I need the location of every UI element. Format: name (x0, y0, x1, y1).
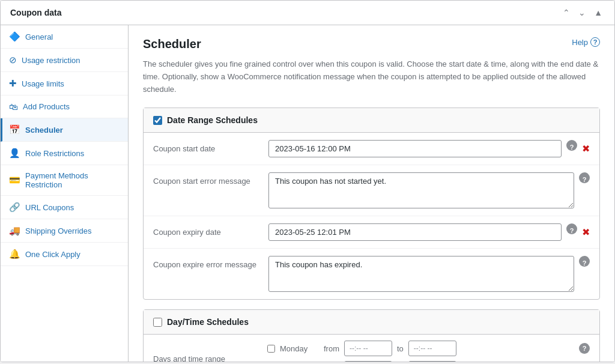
sidebar-item-add-products[interactable]: 🛍 Add Products (1, 96, 128, 118)
daytime-header: Day/Time Schedules (144, 310, 599, 335)
expire-error-help-icon[interactable]: ? (579, 256, 590, 267)
date-range-header: Date Range Schedules (144, 108, 599, 133)
monday-label: Monday (280, 344, 319, 353)
main-content: Scheduler Help ? The scheduler gives you… (129, 25, 614, 362)
monday-from-label: from (324, 344, 339, 353)
daytime-section: Day/Time Schedules Days and time range M… (143, 309, 600, 362)
panel-title: Coupon data (10, 8, 62, 17)
date-range-section: Date Range Schedules Coupon start date ?… (143, 108, 600, 300)
coupon-start-error-input[interactable]: This coupon has not started yet. (268, 172, 574, 208)
add-products-icon: 🛍 (9, 102, 18, 112)
sidebar-item-shipping-overrides[interactable]: 🚚 Shipping Overrides (1, 219, 128, 243)
expiry-date-help-icon[interactable]: ? (566, 223, 577, 234)
sidebar-item-usage-restriction[interactable]: ⊘ Usage restriction (1, 49, 128, 72)
coupon-expire-error-field: This coupon has expired. ? (268, 256, 590, 292)
start-date-clear-icon[interactable]: ✖ (582, 140, 590, 154)
coupon-expire-error-label: Coupon expire error message (153, 256, 261, 270)
coupon-expire-error-input[interactable]: This coupon has expired. (268, 256, 574, 292)
coupon-start-error-label: Coupon start error message (153, 172, 261, 187)
monday-checkbox[interactable] (267, 345, 275, 353)
collapse-up-button[interactable]: ⌃ (560, 7, 572, 19)
sidebar-label-one-click-apply: One Click Apply (25, 250, 80, 259)
sidebar-item-scheduler[interactable]: 📅 Scheduler (1, 118, 128, 142)
date-range-checkbox[interactable] (153, 116, 162, 125)
coupon-start-error-row: Coupon start error message This coupon h… (144, 165, 599, 216)
start-date-help-icon[interactable]: ? (566, 140, 577, 151)
help-label: Help (572, 38, 588, 47)
panel-header: Coupon data ⌃ ⌄ ▲ (1, 1, 614, 25)
sidebar-label-role-restrictions: Role Restrictions (25, 149, 84, 158)
sidebar-item-role-restrictions[interactable]: 👤 Role Restrictions (1, 142, 128, 165)
page-title: Scheduler (143, 37, 201, 51)
sidebar: 🔷 General ⊘ Usage restriction ✚ Usage li… (1, 25, 129, 362)
sidebar-item-url-coupons[interactable]: 🔗 URL Coupons (1, 196, 128, 219)
payment-methods-icon: 💳 (9, 175, 20, 186)
expiry-date-clear-icon[interactable]: ✖ (582, 223, 590, 238)
date-range-label: Date Range Schedules (167, 115, 258, 125)
coupon-start-error-field: This coupon has not started yet. ? (268, 172, 590, 208)
monday-from-input[interactable] (344, 341, 392, 356)
start-error-help-icon[interactable]: ? (579, 172, 590, 183)
help-link[interactable]: Help ? (572, 37, 600, 47)
scheduler-icon: 📅 (9, 124, 20, 135)
sidebar-label-general: General (25, 32, 53, 41)
sidebar-item-one-click-apply[interactable]: 🔔 One Click Apply (1, 243, 128, 266)
coupon-expiry-date-row: Coupon expiry date ? ✖ (144, 216, 599, 249)
monday-row: Monday from to ? (267, 341, 590, 356)
usage-limits-icon: ✚ (9, 78, 17, 89)
panel-body: 🔷 General ⊘ Usage restriction ✚ Usage li… (1, 25, 614, 362)
coupon-start-date-label: Coupon start date (153, 140, 261, 154)
sidebar-item-usage-limits[interactable]: ✚ Usage limits (1, 72, 128, 96)
coupon-start-date-row: Coupon start date ? ✖ (144, 133, 599, 165)
monday-to-label: to (397, 344, 404, 353)
coupon-expiry-date-label: Coupon expiry date (153, 223, 261, 238)
date-range-body: Coupon start date ? ✖ Coupon start error… (144, 133, 599, 299)
url-coupons-icon: 🔗 (9, 202, 20, 213)
sidebar-label-scheduler: Scheduler (25, 126, 63, 135)
monday-help-icon[interactable]: ? (579, 343, 590, 354)
sidebar-label-url-coupons: URL Coupons (25, 203, 74, 212)
daytime-checkbox[interactable] (153, 318, 162, 327)
sidebar-item-general[interactable]: 🔷 General (1, 25, 128, 49)
role-restrictions-icon: 👤 (9, 148, 20, 159)
daytime-days-row: Days and time range Monday from to ? (144, 335, 599, 362)
usage-restriction-icon: ⊘ (9, 55, 17, 65)
panel-controls: ⌃ ⌄ ▲ (560, 7, 605, 19)
coupon-data-panel: Coupon data ⌃ ⌄ ▲ 🔷 General ⊘ Usage rest… (0, 0, 615, 362)
sidebar-label-usage-restriction: Usage restriction (22, 56, 80, 65)
coupon-expire-error-row: Coupon expire error message This coupon … (144, 249, 599, 299)
coupon-start-date-field: ? ✖ (268, 140, 590, 157)
daytime-body: Days and time range Monday from to ? (144, 335, 599, 362)
tuesday-row: Tuesday from to (267, 361, 590, 362)
tuesday-from-input[interactable] (344, 361, 392, 362)
sidebar-item-payment-methods-restriction[interactable]: 💳 Payment Methods Restriction (1, 165, 128, 196)
monday-to-input[interactable] (408, 341, 456, 356)
general-icon: 🔷 (9, 31, 20, 42)
coupon-expiry-date-field: ? ✖ (268, 223, 590, 241)
daytime-label: Day/Time Schedules (167, 317, 249, 327)
one-click-apply-icon: 🔔 (9, 249, 20, 259)
coupon-start-date-input[interactable] (268, 140, 562, 157)
sidebar-label-payment-methods-restriction: Payment Methods Restriction (25, 171, 120, 189)
shipping-overrides-icon: 🚚 (9, 225, 20, 236)
sidebar-label-shipping-overrides: Shipping Overrides (25, 226, 92, 235)
days-time-range-label: Days and time range (153, 354, 261, 362)
tuesday-to-input[interactable] (408, 361, 456, 362)
toggle-button[interactable]: ▲ (592, 7, 605, 19)
help-circle-icon: ? (590, 37, 600, 47)
collapse-down-button[interactable]: ⌄ (576, 7, 588, 19)
scheduler-description: The scheduler gives you fine grained con… (143, 58, 600, 96)
coupon-expiry-date-input[interactable] (268, 223, 562, 241)
sidebar-label-add-products: Add Products (23, 102, 70, 111)
main-header: Scheduler Help ? (143, 37, 600, 51)
sidebar-label-usage-limits: Usage limits (22, 79, 64, 88)
